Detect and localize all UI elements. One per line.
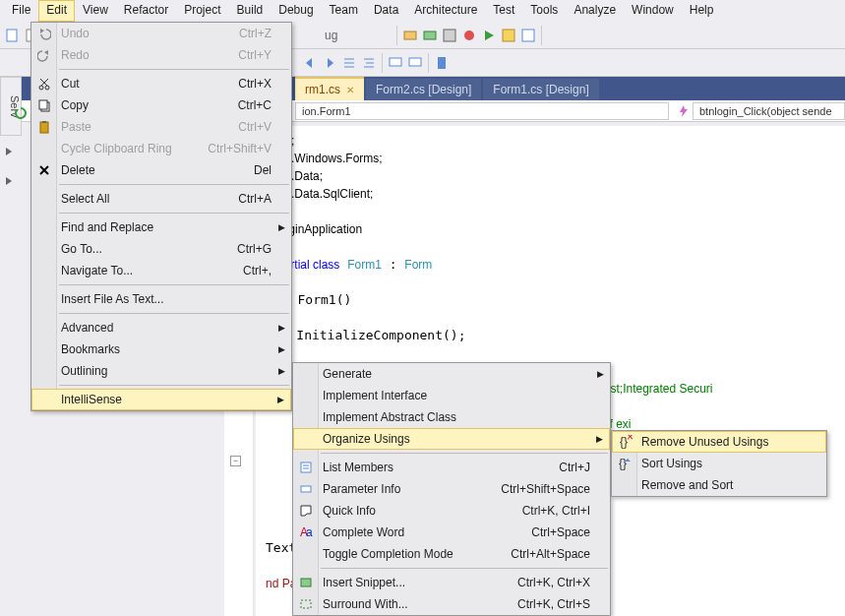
tool-icon-7[interactable] <box>519 27 537 44</box>
edit-item-find-and-replace[interactable]: Find and Replace▶ <box>31 216 291 238</box>
org-item-sort-usings[interactable]: {}Sort Usings <box>612 453 826 474</box>
nav-back-icon[interactable] <box>301 54 319 72</box>
svg-marker-19 <box>40 29 44 33</box>
menu-window[interactable]: Window <box>624 0 682 22</box>
tool-icon-4[interactable] <box>460 27 478 44</box>
menu-item-label: Select All <box>61 192 109 206</box>
lightning-icon <box>675 102 693 120</box>
menu-data[interactable]: Data <box>366 0 406 22</box>
menu-analyze[interactable]: Analyze <box>566 0 624 22</box>
menu-test[interactable]: Test <box>485 0 522 22</box>
intel-item-surround-with[interactable]: Surround With...Ctrl+K, Ctrl+S <box>293 593 610 615</box>
sort-usings-icon: {} <box>617 456 633 471</box>
menu-item-label: Go To... <box>61 242 102 256</box>
edit-item-cycle-clipboard-ring[interactable]: Cycle Clipboard RingCtrl+Shift+V <box>31 138 291 159</box>
tool-icon-6[interactable] <box>500 27 517 44</box>
edit-item-select-all[interactable]: Select AllCtrl+A <box>31 188 291 210</box>
edit-item-delete[interactable]: DeleteDel <box>31 159 291 181</box>
edit-item-cut[interactable]: CutCtrl+X <box>31 73 291 94</box>
intel-item-toggle-completion-mode[interactable]: Toggle Completion ModeCtrl+Alt+Space <box>293 543 610 565</box>
tab-label: Form1.cs [Design] <box>493 83 588 96</box>
svg-rect-13 <box>409 58 421 66</box>
menu-help[interactable]: Help <box>682 0 722 22</box>
menu-debug[interactable]: Debug <box>271 0 321 22</box>
menu-shortcut: Ctrl+, <box>243 264 272 277</box>
svg-text:{}: {} <box>619 457 627 470</box>
intel-item-insert-snippet[interactable]: Insert Snippet...Ctrl+K, Ctrl+X <box>293 572 610 593</box>
chevron-right-icon[interactable] <box>4 146 14 155</box>
uncomment-icon[interactable] <box>406 54 424 72</box>
edit-item-copy[interactable]: CopyCtrl+C <box>31 94 291 116</box>
snippet-icon <box>298 575 314 590</box>
menu-separator <box>321 453 608 454</box>
intel-item-implement-abstract-class[interactable]: Implement Abstract Class <box>293 406 610 428</box>
edit-menu-dropdown: UndoCtrl+ZRedoCtrl+YCutCtrl+XCopyCtrl+CP… <box>30 22 292 411</box>
comment-icon[interactable] <box>387 54 404 72</box>
menu-shortcut: Ctrl+K, Ctrl+S <box>517 597 590 611</box>
menu-file[interactable]: File <box>4 0 38 22</box>
menu-item-label: Cut <box>61 77 80 91</box>
menu-refactor[interactable]: Refactor <box>116 0 176 22</box>
tool-icon-2[interactable] <box>421 27 439 44</box>
edit-item-paste[interactable]: PasteCtrl+V <box>31 116 291 138</box>
refresh-icon[interactable] <box>14 106 28 120</box>
tool-icon-1[interactable] <box>401 27 419 44</box>
type-combo[interactable]: ion.Form1 <box>295 102 669 120</box>
menu-separator <box>59 284 289 285</box>
intel-item-parameter-info[interactable]: Parameter InfoCtrl+Shift+Space <box>293 478 610 500</box>
edit-item-go-to[interactable]: Go To...Ctrl+G <box>31 238 291 260</box>
intel-item-complete-word[interactable]: AaComplete WordCtrl+Space <box>293 522 610 543</box>
tab-form2-design[interactable]: Form2.cs [Design] <box>366 79 481 100</box>
edit-item-navigate-to[interactable]: Navigate To...Ctrl+, <box>31 260 291 281</box>
menu-item-label: Paste <box>61 120 91 134</box>
indent-icon[interactable] <box>340 54 358 72</box>
edit-item-intellisense[interactable]: IntelliSense▶ <box>31 389 291 410</box>
menu-item-label: Cycle Clipboard Ring <box>61 142 172 155</box>
menu-project[interactable]: Project <box>176 0 228 22</box>
menu-item-label: Undo <box>61 27 90 40</box>
member-combo[interactable]: btnlogin_Click(object sende <box>693 102 845 120</box>
chevron-right-icon[interactable] <box>4 175 14 185</box>
menu-item-label: Parameter Info <box>323 482 400 496</box>
intel-item-implement-interface[interactable]: Implement Interface <box>293 385 610 406</box>
menu-view[interactable]: View <box>75 0 116 22</box>
svg-rect-28 <box>301 486 311 492</box>
organize-usings-submenu: {}×Remove Unused Usings{}Sort UsingsRemo… <box>611 430 827 497</box>
menu-separator <box>59 385 289 386</box>
intel-item-generate[interactable]: Generate▶ <box>293 363 610 385</box>
collapse-toggle-icon[interactable]: − <box>230 456 241 466</box>
config-combo[interactable]: ug <box>321 29 341 42</box>
close-icon[interactable]: ✕ <box>346 85 354 95</box>
intel-item-list-members[interactable]: List MembersCtrl+J <box>293 457 610 478</box>
new-project-icon[interactable] <box>4 27 22 44</box>
menu-build[interactable]: Build <box>229 0 272 22</box>
nav-fwd-icon[interactable] <box>321 54 338 72</box>
redo-icon <box>36 47 52 63</box>
svg-rect-8 <box>503 30 514 41</box>
edit-item-bookmarks[interactable]: Bookmarks▶ <box>31 339 291 360</box>
tool-icon-5[interactable] <box>480 27 498 44</box>
tab-form1-design[interactable]: Form1.cs [Design] <box>483 79 598 100</box>
menu-architecture[interactable]: Architecture <box>406 0 485 22</box>
bookmark-icon[interactable] <box>433 54 451 72</box>
org-item-remove-unused-usings[interactable]: {}×Remove Unused Usings <box>612 431 826 453</box>
outdent-icon[interactable] <box>360 54 378 72</box>
edit-item-outlining[interactable]: Outlining▶ <box>31 360 291 382</box>
menu-edit[interactable]: Edit <box>38 0 75 22</box>
tool-icon-3[interactable] <box>441 27 458 44</box>
cut-icon <box>36 76 52 92</box>
submenu-arrow-icon: ▶ <box>278 366 285 376</box>
menu-tools[interactable]: Tools <box>522 0 566 22</box>
menu-shortcut: Ctrl+X <box>238 77 272 91</box>
svg-point-22 <box>45 86 49 90</box>
intel-item-organize-usings[interactable]: Organize Usings▶ <box>293 428 610 450</box>
edit-item-redo[interactable]: RedoCtrl+Y <box>31 44 291 66</box>
svg-rect-25 <box>40 122 48 133</box>
edit-item-insert-file-as-text[interactable]: Insert File As Text... <box>31 288 291 310</box>
intel-item-quick-info[interactable]: Quick InfoCtrl+K, Ctrl+I <box>293 500 610 522</box>
org-item-remove-and-sort[interactable]: Remove and Sort <box>612 474 826 496</box>
edit-item-undo[interactable]: UndoCtrl+Z <box>31 23 291 44</box>
tab-form1-cs[interactable]: rm1.cs ✕ <box>295 77 364 100</box>
menu-team[interactable]: Team <box>322 0 366 22</box>
edit-item-advanced[interactable]: Advanced▶ <box>31 317 291 339</box>
